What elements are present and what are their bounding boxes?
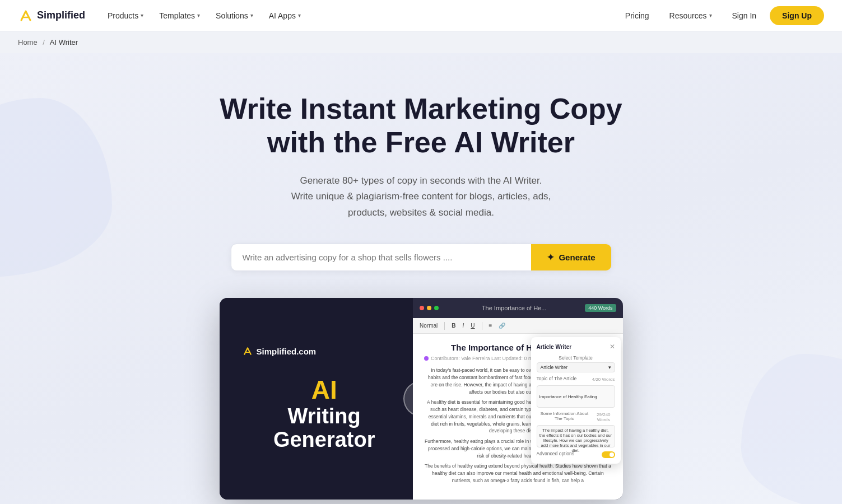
nav-links: Products ▾ Templates ▾ Solutions ▾ AI Ap… xyxy=(101,7,621,25)
search-input[interactable] xyxy=(231,245,532,270)
nav-item-solutions[interactable]: Solutions ▾ xyxy=(209,7,260,25)
video-title-rest: WritingGenerator xyxy=(242,405,407,452)
breadcrumb: Home / AI Writer xyxy=(0,31,842,53)
ai-panel-info-count: 29/240 Words xyxy=(592,412,615,422)
nav-item-aiapps[interactable]: AI Apps ▾ xyxy=(262,7,308,25)
minimize-dot xyxy=(427,306,431,310)
nav-item-products[interactable]: Products ▾ xyxy=(101,7,150,25)
hero-subtitle: Generate 80+ types of copy in seconds wi… xyxy=(253,173,589,222)
hero-title: Write Instant Marketing Copy with the Fr… xyxy=(214,92,629,160)
navbar: Simplified Products ▾ Templates ▾ Soluti… xyxy=(0,0,842,31)
doc-topbar-title: The Importance of He... xyxy=(448,305,580,311)
doc-paragraph-4: The benefits of healthy eating extend be… xyxy=(424,463,611,484)
close-dot xyxy=(420,306,424,310)
generate-icon: ✦ xyxy=(547,252,554,263)
toolbar-underline[interactable]: U xyxy=(468,321,477,330)
nav-resources-link[interactable]: Resources ▾ xyxy=(663,7,719,25)
nav-item-templates[interactable]: Templates ▾ xyxy=(152,7,207,25)
ai-panel-template-select[interactable]: Article Writer ▾ xyxy=(537,362,615,372)
chevron-down-icon: ▾ xyxy=(250,12,253,18)
video-preview-wrapper: Simplified.com AI WritingGenerator T xyxy=(220,298,623,500)
video-brand: Simplified.com xyxy=(242,346,407,357)
ai-panel-topic-count: 4/20 Words xyxy=(592,377,615,382)
toolbar-divider xyxy=(444,322,445,330)
video-title-ai: AI xyxy=(242,375,407,405)
ai-panel-topic-input[interactable]: Importance of Healthy Eating xyxy=(537,385,615,408)
video-left-panel: Simplified.com AI WritingGenerator xyxy=(220,298,429,500)
video-right-panel: The Importance of He... 440 Words Normal… xyxy=(413,298,622,500)
doc-topbar-dots xyxy=(420,306,439,310)
ai-panel-info-row: Some Information About The Topic 29/240 … xyxy=(537,411,615,423)
nav-logo-text: Simplified xyxy=(37,10,85,21)
ai-panel-title: Article Writer xyxy=(537,344,572,350)
doc-meta-dot xyxy=(424,356,429,361)
ai-panel-info-label: Some Information About The Topic xyxy=(537,411,593,421)
doc-topbar: The Importance of He... 440 Words xyxy=(413,298,622,318)
play-button[interactable] xyxy=(403,381,439,417)
ai-panel-advanced-label: Advanced options xyxy=(537,451,575,456)
search-bar: ✦ Generate xyxy=(231,244,612,271)
nav-logo[interactable]: Simplified xyxy=(18,8,85,24)
chevron-down-icon: ▾ xyxy=(141,12,143,18)
ai-panel-info-textarea[interactable]: The impact of having a healthy diet, the… xyxy=(537,425,615,447)
chevron-down-icon: ▾ xyxy=(709,12,712,18)
advanced-options-toggle[interactable] xyxy=(602,451,615,458)
ai-panel-close-button[interactable]: ✕ xyxy=(610,343,615,351)
ai-panel-topic-label: Topic of The Article xyxy=(537,376,577,381)
nav-right: Pricing Resources ▾ Sign In Sign Up xyxy=(621,6,824,25)
video-title: AI WritingGenerator xyxy=(242,375,407,452)
toolbar-align[interactable]: ≡ xyxy=(487,321,495,330)
ai-article-panel: Article Writer ✕ Select Template Article… xyxy=(531,337,621,464)
breadcrumb-home-link[interactable]: Home xyxy=(18,38,38,46)
signup-button[interactable]: Sign Up xyxy=(770,6,824,25)
video-brand-text: Simplified.com xyxy=(257,347,317,356)
chevron-down-icon: ▾ xyxy=(197,12,200,18)
ai-panel-template-label: Select Template xyxy=(537,355,615,361)
breadcrumb-separator: / xyxy=(43,38,45,46)
nav-signin-link[interactable]: Sign In xyxy=(728,7,761,25)
chevron-down-icon: ▾ xyxy=(608,365,611,370)
toolbar-divider-2 xyxy=(482,322,482,330)
toolbar-link[interactable]: 🔗 xyxy=(496,321,508,330)
video-preview: Simplified.com AI WritingGenerator T xyxy=(220,298,623,500)
simplified-logo-icon xyxy=(18,8,34,24)
maximize-dot xyxy=(434,306,439,310)
chevron-down-icon: ▾ xyxy=(298,12,301,18)
toolbar-bold[interactable]: B xyxy=(449,321,458,330)
doc-toolbar: Normal B I U ≡ 🔗 xyxy=(413,318,622,334)
ai-panel-header: Article Writer ✕ xyxy=(537,343,615,351)
nav-pricing-link[interactable]: Pricing xyxy=(621,7,654,25)
doc-topbar-wordcount: 440 Words xyxy=(585,304,616,312)
toolbar-normal[interactable]: Normal xyxy=(417,321,440,330)
toolbar-italic[interactable]: I xyxy=(460,321,467,330)
generate-button[interactable]: ✦ Generate xyxy=(531,244,611,270)
ai-panel-topic-row: Topic of The Article 4/20 Words xyxy=(537,376,615,383)
hero-section: Write Instant Marketing Copy with the Fr… xyxy=(0,53,842,504)
breadcrumb-current: AI Writer xyxy=(50,38,78,46)
